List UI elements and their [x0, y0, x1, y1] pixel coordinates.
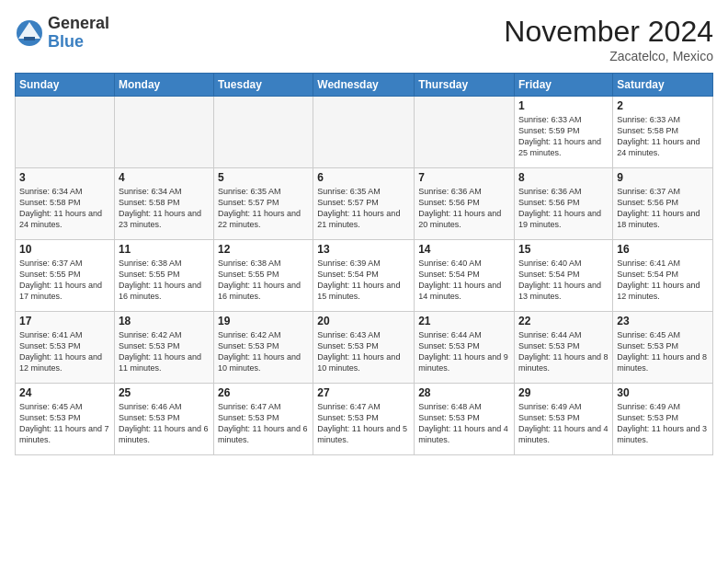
day-cell	[415, 97, 515, 168]
day-info: Sunrise: 6:49 AM Sunset: 5:53 PM Dayligh…	[617, 401, 709, 446]
day-cell: 10Sunrise: 6:37 AM Sunset: 5:55 PM Dayli…	[16, 240, 115, 312]
day-info: Sunrise: 6:48 AM Sunset: 5:53 PM Dayligh…	[418, 401, 510, 446]
day-number: 18	[119, 315, 210, 327]
day-number: 8	[518, 171, 609, 184]
day-cell: 19Sunrise: 6:42 AM Sunset: 5:53 PM Dayli…	[214, 312, 313, 384]
day-number: 27	[317, 386, 410, 399]
header-row: Sunday Monday Tuesday Wednesday Thursday…	[16, 74, 713, 97]
day-number: 15	[518, 243, 609, 256]
day-cell	[16, 97, 115, 168]
day-cell	[313, 97, 415, 168]
day-cell: 25Sunrise: 6:46 AM Sunset: 5:53 PM Dayli…	[114, 384, 213, 455]
col-friday: Friday	[515, 74, 613, 97]
day-info: Sunrise: 6:42 AM Sunset: 5:53 PM Dayligh…	[218, 329, 309, 374]
day-cell: 8Sunrise: 6:36 AM Sunset: 5:56 PM Daylig…	[515, 168, 613, 240]
day-cell: 15Sunrise: 6:40 AM Sunset: 5:54 PM Dayli…	[515, 240, 613, 312]
day-info: Sunrise: 6:36 AM Sunset: 5:56 PM Dayligh…	[518, 186, 609, 231]
day-info: Sunrise: 6:36 AM Sunset: 5:56 PM Dayligh…	[418, 186, 510, 231]
day-cell: 12Sunrise: 6:38 AM Sunset: 5:55 PM Dayli…	[214, 240, 313, 312]
logo-blue: Blue	[48, 33, 109, 52]
day-number: 3	[19, 171, 110, 184]
day-number: 4	[119, 171, 210, 184]
week-row-2: 3Sunrise: 6:34 AM Sunset: 5:58 PM Daylig…	[16, 168, 713, 240]
day-cell: 29Sunrise: 6:49 AM Sunset: 5:53 PM Dayli…	[515, 384, 613, 455]
col-monday: Monday	[114, 74, 213, 97]
day-number: 12	[218, 243, 309, 256]
day-number: 6	[317, 171, 410, 184]
col-sunday: Sunday	[16, 74, 115, 97]
day-number: 20	[317, 315, 410, 327]
day-number: 28	[418, 386, 510, 399]
week-row-1: 1Sunrise: 6:33 AM Sunset: 5:59 PM Daylig…	[16, 97, 713, 168]
day-cell: 22Sunrise: 6:44 AM Sunset: 5:53 PM Dayli…	[515, 312, 613, 384]
col-tuesday: Tuesday	[214, 74, 313, 97]
day-info: Sunrise: 6:44 AM Sunset: 5:53 PM Dayligh…	[518, 329, 609, 374]
day-cell: 6Sunrise: 6:35 AM Sunset: 5:57 PM Daylig…	[313, 168, 415, 240]
day-number: 2	[617, 99, 709, 112]
day-info: Sunrise: 6:49 AM Sunset: 5:53 PM Dayligh…	[518, 401, 609, 446]
day-cell: 28Sunrise: 6:48 AM Sunset: 5:53 PM Dayli…	[415, 384, 515, 455]
day-number: 14	[418, 243, 510, 256]
day-cell: 21Sunrise: 6:44 AM Sunset: 5:53 PM Dayli…	[415, 312, 515, 384]
day-info: Sunrise: 6:37 AM Sunset: 5:56 PM Dayligh…	[617, 186, 709, 231]
day-number: 21	[418, 315, 510, 327]
day-number: 16	[617, 243, 709, 256]
week-row-3: 10Sunrise: 6:37 AM Sunset: 5:55 PM Dayli…	[16, 240, 713, 312]
day-info: Sunrise: 6:43 AM Sunset: 5:53 PM Dayligh…	[317, 329, 410, 374]
day-cell: 7Sunrise: 6:36 AM Sunset: 5:56 PM Daylig…	[415, 168, 515, 240]
day-number: 19	[218, 315, 309, 327]
day-info: Sunrise: 6:38 AM Sunset: 5:55 PM Dayligh…	[218, 258, 309, 303]
day-cell: 23Sunrise: 6:45 AM Sunset: 5:53 PM Dayli…	[613, 312, 713, 384]
day-number: 10	[19, 243, 110, 256]
day-info: Sunrise: 6:45 AM Sunset: 5:53 PM Dayligh…	[19, 401, 110, 446]
day-info: Sunrise: 6:33 AM Sunset: 5:58 PM Dayligh…	[617, 114, 709, 159]
day-info: Sunrise: 6:41 AM Sunset: 5:54 PM Dayligh…	[617, 258, 709, 303]
logo-general: General	[48, 15, 109, 33]
day-info: Sunrise: 6:40 AM Sunset: 5:54 PM Dayligh…	[518, 258, 609, 303]
day-number: 7	[418, 171, 510, 184]
day-number: 23	[617, 315, 709, 327]
day-cell: 24Sunrise: 6:45 AM Sunset: 5:53 PM Dayli…	[16, 384, 115, 455]
week-row-4: 17Sunrise: 6:41 AM Sunset: 5:53 PM Dayli…	[16, 312, 713, 384]
day-info: Sunrise: 6:39 AM Sunset: 5:54 PM Dayligh…	[317, 258, 410, 303]
day-cell: 16Sunrise: 6:41 AM Sunset: 5:54 PM Dayli…	[613, 240, 713, 312]
day-info: Sunrise: 6:37 AM Sunset: 5:55 PM Dayligh…	[19, 258, 110, 303]
day-info: Sunrise: 6:45 AM Sunset: 5:53 PM Dayligh…	[617, 329, 709, 374]
day-info: Sunrise: 6:35 AM Sunset: 5:57 PM Dayligh…	[317, 186, 410, 231]
day-number: 24	[19, 386, 110, 399]
calendar-page: General Blue November 2024 Zacatelco, Me…	[0, 0, 728, 563]
day-info: Sunrise: 6:47 AM Sunset: 5:53 PM Dayligh…	[218, 401, 309, 446]
col-wednesday: Wednesday	[313, 74, 415, 97]
title-block: November 2024 Zacatelco, Mexico	[504, 15, 713, 63]
day-info: Sunrise: 6:46 AM Sunset: 5:53 PM Dayligh…	[119, 401, 210, 446]
day-number: 9	[617, 171, 709, 184]
day-cell: 27Sunrise: 6:47 AM Sunset: 5:53 PM Dayli…	[313, 384, 415, 455]
day-info: Sunrise: 6:34 AM Sunset: 5:58 PM Dayligh…	[19, 186, 110, 231]
day-cell: 17Sunrise: 6:41 AM Sunset: 5:53 PM Dayli…	[16, 312, 115, 384]
day-info: Sunrise: 6:47 AM Sunset: 5:53 PM Dayligh…	[317, 401, 410, 446]
day-info: Sunrise: 6:34 AM Sunset: 5:58 PM Dayligh…	[119, 186, 210, 231]
day-cell: 20Sunrise: 6:43 AM Sunset: 5:53 PM Dayli…	[313, 312, 415, 384]
day-info: Sunrise: 6:35 AM Sunset: 5:57 PM Dayligh…	[218, 186, 309, 231]
col-thursday: Thursday	[415, 74, 515, 97]
day-info: Sunrise: 6:42 AM Sunset: 5:53 PM Dayligh…	[119, 329, 210, 374]
day-info: Sunrise: 6:38 AM Sunset: 5:55 PM Dayligh…	[119, 258, 210, 303]
day-number: 5	[218, 171, 309, 184]
logo-text: General Blue	[48, 15, 109, 52]
calendar-body: 1Sunrise: 6:33 AM Sunset: 5:59 PM Daylig…	[16, 97, 713, 455]
month-title: November 2024	[504, 15, 713, 49]
header: General Blue November 2024 Zacatelco, Me…	[15, 15, 713, 63]
calendar-header: Sunday Monday Tuesday Wednesday Thursday…	[16, 74, 713, 97]
calendar-table: Sunday Monday Tuesday Wednesday Thursday…	[15, 73, 713, 455]
day-info: Sunrise: 6:44 AM Sunset: 5:53 PM Dayligh…	[418, 329, 510, 374]
day-cell: 14Sunrise: 6:40 AM Sunset: 5:54 PM Dayli…	[415, 240, 515, 312]
day-number: 17	[19, 315, 110, 327]
day-number: 25	[119, 386, 210, 399]
day-cell: 4Sunrise: 6:34 AM Sunset: 5:58 PM Daylig…	[114, 168, 213, 240]
day-info: Sunrise: 6:33 AM Sunset: 5:59 PM Dayligh…	[518, 114, 609, 159]
location: Zacatelco, Mexico	[504, 49, 713, 63]
day-cell	[214, 97, 313, 168]
svg-rect-2	[24, 37, 35, 40]
day-number: 13	[317, 243, 410, 256]
day-cell: 3Sunrise: 6:34 AM Sunset: 5:58 PM Daylig…	[16, 168, 115, 240]
